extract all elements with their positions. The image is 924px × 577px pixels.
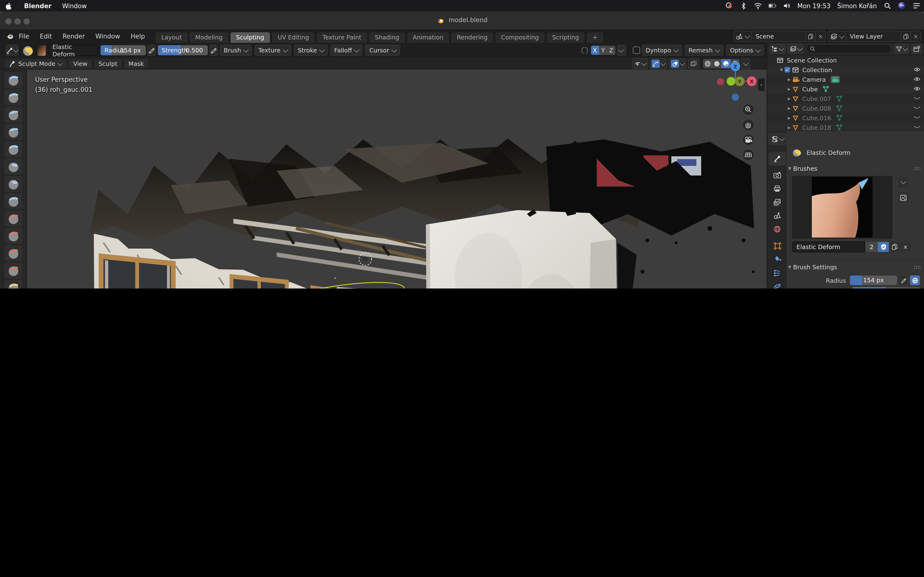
workspace-tab-texture-paint[interactable]: Texture Paint <box>316 32 367 43</box>
visibility-eye-icon[interactable] <box>913 76 921 83</box>
wifi-icon[interactable] <box>754 2 762 10</box>
menu-window[interactable]: Window <box>90 32 125 40</box>
xray-toggle[interactable] <box>688 58 699 69</box>
sidebar-collapse-arrow[interactable]: ‹ <box>758 78 765 91</box>
brush-icon-image-button[interactable] <box>897 191 909 204</box>
navigation-gizmo[interactable]: Z Y X <box>706 61 767 163</box>
brush-preview-dropdown[interactable] <box>897 176 909 189</box>
unlink-brush-button[interactable]: × <box>900 242 911 252</box>
viewport-menu-view[interactable]: View <box>69 59 92 68</box>
properties-editor-type-dropdown[interactable] <box>769 133 787 145</box>
brush-name-input[interactable]: Elastic Deform <box>792 242 865 253</box>
strength-slider[interactable]: Strength 0.500 <box>158 45 208 55</box>
menu-render[interactable]: Render <box>57 32 90 40</box>
workspace-tab-sculpting[interactable]: Sculpting <box>230 32 270 43</box>
properties-tab-particles[interactable] <box>769 266 786 279</box>
orthographic-toggle-button[interactable] <box>743 150 754 160</box>
brush-preview-box[interactable] <box>792 176 892 239</box>
outliner-row-cube.007[interactable]: ▶Cube.007 <box>767 94 924 103</box>
symmetry-dropdown[interactable] <box>617 45 626 56</box>
zoom-button[interactable] <box>743 104 754 115</box>
visibility-eye-icon[interactable] <box>913 66 921 73</box>
outliner-row-cube.018[interactable]: ▶Cube.018 <box>767 122 924 132</box>
tool-inflate[interactable] <box>4 176 23 192</box>
viewport-menu-sculpt[interactable]: Sculpt <box>94 59 122 68</box>
outliner-row-collection[interactable]: ▼✓Collection <box>767 65 924 74</box>
outliner-filter-dropdown[interactable] <box>894 44 909 54</box>
workspace-tab-modeling[interactable]: Modeling <box>189 32 229 43</box>
pressure-toggle-icon[interactable] <box>898 275 909 285</box>
menubar-app-name[interactable]: Blender <box>24 2 52 10</box>
view-layer-icon[interactable] <box>828 31 846 41</box>
spotlight-search-icon[interactable] <box>884 2 891 10</box>
outliner-row-camera[interactable]: ▶Camera <box>767 74 924 84</box>
panel-drag-handle[interactable] <box>914 265 921 269</box>
texture-thumbnail[interactable] <box>37 45 46 56</box>
tool-blob[interactable] <box>4 193 23 209</box>
properties-tab-scene[interactable] <box>769 209 786 222</box>
tool-draw[interactable] <box>4 72 23 88</box>
symmetry-y-toggle[interactable]: Y <box>599 46 607 55</box>
radius-unit-view[interactable]: View <box>852 287 886 288</box>
brush-users-count[interactable]: 2 <box>865 242 878 252</box>
options-dropdown[interactable]: Options <box>726 45 764 56</box>
properties-tab-tool[interactable] <box>769 152 786 165</box>
tool-pinch[interactable] <box>4 280 23 288</box>
remesh-dropdown[interactable]: Remesh <box>685 45 723 56</box>
strength-pressure-button[interactable] <box>209 45 218 56</box>
workspace-tab-scripting[interactable]: Scripting <box>546 32 585 43</box>
selectability-dropdown[interactable] <box>632 58 648 69</box>
view-layer-unlink-button[interactable]: × <box>911 31 921 41</box>
properties-tab-modifiers[interactable] <box>769 253 786 266</box>
apple-icon[interactable] <box>5 2 13 10</box>
toolrow-menu-cursor[interactable]: Cursor <box>365 45 400 56</box>
workspace-tab-uv-editing[interactable]: UV Editing <box>271 32 315 43</box>
scene-selector[interactable]: Scene × <box>733 31 826 42</box>
scene-name[interactable]: Scene <box>752 33 805 40</box>
tool-scrape[interactable] <box>4 263 23 279</box>
radius-slider[interactable]: 154 px <box>850 276 897 285</box>
tool-flatten[interactable] <box>4 228 23 244</box>
scene-icon[interactable] <box>734 31 752 41</box>
unified-setting-toggle[interactable] <box>909 275 920 285</box>
new-collection-button[interactable] <box>911 44 922 54</box>
toolrow-menu-brush[interactable]: Brush <box>220 45 252 56</box>
outliner-row-cube.008[interactable]: ▶Cube.008 <box>767 103 924 113</box>
viewport-canvas[interactable] <box>26 70 767 288</box>
visibility-closed-icon[interactable] <box>913 124 921 131</box>
toolrow-menu-stroke[interactable]: Stroke <box>294 45 328 56</box>
duplicate-brush-button[interactable] <box>889 242 900 252</box>
brush-settings-panel-header[interactable]: ▼Brush Settings <box>787 263 924 271</box>
dyntopo-dropdown[interactable]: Dyntopo <box>642 45 682 56</box>
dyntopo-checkbox[interactable] <box>633 47 640 54</box>
tool-clay-thumb[interactable] <box>4 141 23 157</box>
outliner-filter-image-dropdown[interactable] <box>788 44 804 54</box>
volume-icon[interactable] <box>783 2 791 10</box>
outliner-row-cube.016[interactable]: ▶Cube.016 <box>767 113 924 122</box>
workspace-tab-layout[interactable]: Layout <box>155 32 188 43</box>
outliner-display-mode-dropdown[interactable] <box>769 44 785 54</box>
visibility-closed-icon[interactable] <box>913 114 921 121</box>
properties-tab-physics[interactable] <box>769 279 786 288</box>
workspace-tab-rendering[interactable]: Rendering <box>451 32 494 43</box>
tool-clay[interactable] <box>4 107 23 122</box>
properties-tab-world[interactable] <box>769 222 786 235</box>
workspace-tab-add[interactable]: + <box>586 32 604 43</box>
menu-edit[interactable]: Edit <box>35 32 57 40</box>
visibility-eye-icon[interactable] <box>913 85 921 93</box>
symmetry-x-toggle[interactable]: X <box>591 46 599 55</box>
menubar-clock[interactable]: Mon 19:53 <box>798 2 830 10</box>
toolrow-menu-falloff[interactable]: Falloff <box>330 45 363 56</box>
visibility-closed-icon[interactable] <box>913 105 921 112</box>
tool-fill[interactable] <box>4 245 23 261</box>
brushes-panel-header[interactable]: ▼Brushes <box>787 165 924 172</box>
panel-drag-handle[interactable] <box>914 167 921 171</box>
outliner-row-scene-collection[interactable]: Scene Collection <box>767 55 924 65</box>
menu-file[interactable]: File <box>13 32 35 40</box>
menu-help[interactable]: Help <box>125 32 150 40</box>
tool-smooth[interactable] <box>4 211 23 226</box>
outliner-search-input[interactable] <box>806 44 891 53</box>
notification-center-icon[interactable] <box>913 2 920 10</box>
gizmos-toggle-dropdown[interactable] <box>650 58 667 69</box>
tool-layer[interactable] <box>4 159 23 174</box>
